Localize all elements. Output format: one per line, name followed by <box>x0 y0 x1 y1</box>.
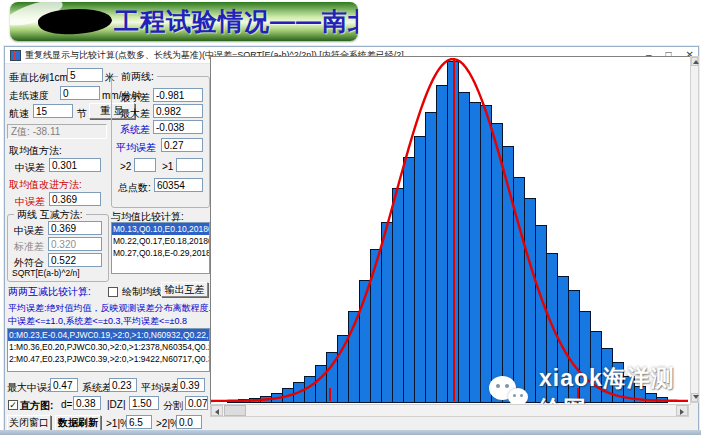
avg-err-sum-label: 平均误差 <box>141 381 181 395</box>
gt1-input[interactable] <box>176 158 203 172</box>
histogram-label: 直方图: <box>20 399 53 413</box>
sys-diff-sum-label: 系统差 <box>82 381 112 395</box>
z-value-display: Z值: -38.11 <box>7 124 107 139</box>
watermark-text: xiaok海洋测绘网 <box>539 363 690 405</box>
front-two-lines-group: 前两线: 最小差 -0.981 最大差 0.982 系统差 -0.038 平均误… <box>111 76 210 208</box>
list-item[interactable]: 1:M0.36,E0.20,PJWC0.30,>2:0,>1:2378,N603… <box>8 341 209 353</box>
d-label: d= <box>61 399 72 410</box>
vessel-speed-unit: 节 <box>77 107 87 121</box>
pairwise-note-1: 平均误差:绝对值均值，反映观测误差分布离散程度. <box>8 302 211 315</box>
dz-input[interactable]: 1.50 <box>129 396 159 410</box>
vertical-scrollbar[interactable] <box>690 56 699 403</box>
baseline-tick-left <box>329 388 331 401</box>
min-diff-input[interactable]: -0.981 <box>153 88 203 102</box>
avg-err-input[interactable]: 0.27 <box>161 138 203 152</box>
mean-method-title: 取均值方法: <box>9 144 62 158</box>
scroll-left-button[interactable] <box>211 405 223 416</box>
histogram-plot <box>211 57 690 404</box>
list-item[interactable]: 2:M0.47,E0.23,PJWC0.39,>2:0,>1:9422,N607… <box>8 353 209 365</box>
left-control-panel: 垂直比例1cm= 5 米 走纸速度 0 mm/分钟 航速 15 节 重 显 Z值… <box>5 64 210 431</box>
paper-speed-label: 走纸速度 <box>9 89 49 103</box>
subtract-rmse-label: 中误差 <box>14 224 44 238</box>
draw-meanline-checkbox[interactable] <box>108 287 118 297</box>
mean-compare-listbox[interactable]: M0.13,Q0.10,E0.10,20180 M0.22,Q0.17,E0.1… <box>111 222 210 274</box>
subtract-rmse-input[interactable]: 0.369 <box>48 221 102 235</box>
sys-diff-input[interactable]: -0.038 <box>153 120 203 134</box>
histogram-plot-area: xiaok海洋测绘网 <box>210 56 691 405</box>
app-window: 重复线显示与比较计算(点数多、长线为基准)(中误差=SQRT[E(a-b)^2/… <box>4 46 699 432</box>
mean-method-rmse-input[interactable]: 0.301 <box>49 158 101 172</box>
list-item[interactable]: M0.13,Q0.10,E0.10,20180 <box>112 223 209 235</box>
max-diff-label: 最大差 <box>120 107 150 121</box>
min-diff-label: 最小差 <box>120 91 150 105</box>
close-window-button[interactable]: 关闭窗口 <box>7 415 51 431</box>
paper-speed-input[interactable]: 0 <box>60 86 100 100</box>
sys-diff-label: 系统差 <box>120 123 150 137</box>
mean-method-rmse-label: 中误差 <box>15 161 45 175</box>
gt2-input[interactable] <box>134 158 156 172</box>
d-input[interactable]: 0.38 <box>73 396 101 410</box>
pairwise-listbox[interactable]: 0:M0.23,E-0.04,PJWC0.19,>2:0,>1:0,N60932… <box>7 328 210 372</box>
list-item[interactable]: M0.22,Q0.17,E0.18,20180 <box>112 235 209 247</box>
draw-meanline-label: 绘制均线: <box>122 285 165 299</box>
watermark: xiaok海洋测绘网 <box>489 363 690 405</box>
subtract-ext-input[interactable]: 0.522 <box>48 253 102 267</box>
pairwise-title: 两两互减比较计算: <box>8 285 91 299</box>
page-banner: 工程试验情况——南北测线 <box>10 2 358 41</box>
subtract-method-group: 两线 互减方法: 中误差 0.369 标准差 0.320 外符合 0.522 S… <box>7 214 109 282</box>
export-diff-button[interactable]: 输出互差 <box>161 282 208 297</box>
gt1-pct-value: 6.5 <box>126 415 152 429</box>
histogram-checkbox[interactable]: ✓ <box>8 400 18 410</box>
mean-improved-rmse-input[interactable]: 0.369 <box>49 192 101 206</box>
vessel-speed-input[interactable]: 15 <box>33 104 73 118</box>
vessel-speed-label: 航速 <box>9 107 29 121</box>
mean-improved-rmse-label: 中误差 <box>15 195 45 209</box>
refresh-data-button[interactable]: 数据刷新 <box>55 415 101 431</box>
vertical-scale-label: 垂直比例1cm= <box>9 71 74 85</box>
subtract-formula: SQRT[E(a-b)^2/n] <box>12 268 80 278</box>
dz-label: |DZ| <box>107 399 126 410</box>
mean-center-line <box>453 58 455 401</box>
scroll-down-button[interactable] <box>691 393 698 402</box>
pairwise-note-2: 中误差<=±1.0,系统差<=±0.3,平均误差<=±0.8 <box>8 315 187 328</box>
max-diff-input[interactable]: 0.982 <box>153 104 203 118</box>
total-points-input[interactable]: 60354 <box>154 178 203 192</box>
max-rmse-value: 0.47 <box>50 378 78 392</box>
horizontal-scroll-thumb[interactable] <box>224 405 246 416</box>
scroll-right-button[interactable] <box>676 405 688 416</box>
gt1-label: >1 <box>162 161 173 172</box>
avg-err-label: 平均误差 <box>116 141 156 155</box>
scroll-up-button[interactable] <box>691 57 698 66</box>
list-item[interactable]: M0.27,Q0.18,E-0.29,2018 <box>112 247 209 259</box>
gt2-label: >2 <box>120 161 131 172</box>
window-bottom-edge <box>0 430 701 435</box>
wechat-icon <box>489 376 533 405</box>
app-icon <box>10 50 21 61</box>
sys-diff-sum-value: 0.23 <box>109 378 137 392</box>
total-points-label: 总点数: <box>118 181 151 195</box>
list-item[interactable]: 0:M0.23,E-0.04,PJWC0.19,>2:0,>1:0,N60932… <box>8 329 209 341</box>
subtract-std-label: 标准差 <box>14 240 44 254</box>
subtract-std-input: 0.320 <box>48 237 102 251</box>
split-label: 分割 <box>163 399 183 413</box>
split-input[interactable]: 0.07 <box>185 396 208 410</box>
avg-err-sum-value: 0.39 <box>177 378 205 392</box>
gt2-pct-value: 0.0 <box>176 415 202 429</box>
horizontal-scrollbar[interactable] <box>210 404 689 417</box>
subtract-method-title: 两线 互减方法: <box>14 208 86 222</box>
vertical-scale-input[interactable]: 5 <box>67 68 103 82</box>
front-two-lines-title: 前两线: <box>118 70 157 84</box>
banner-title: 工程试验情况——南北测线 <box>114 5 358 38</box>
mean-improved-title: 取均值改进方法: <box>9 178 82 192</box>
